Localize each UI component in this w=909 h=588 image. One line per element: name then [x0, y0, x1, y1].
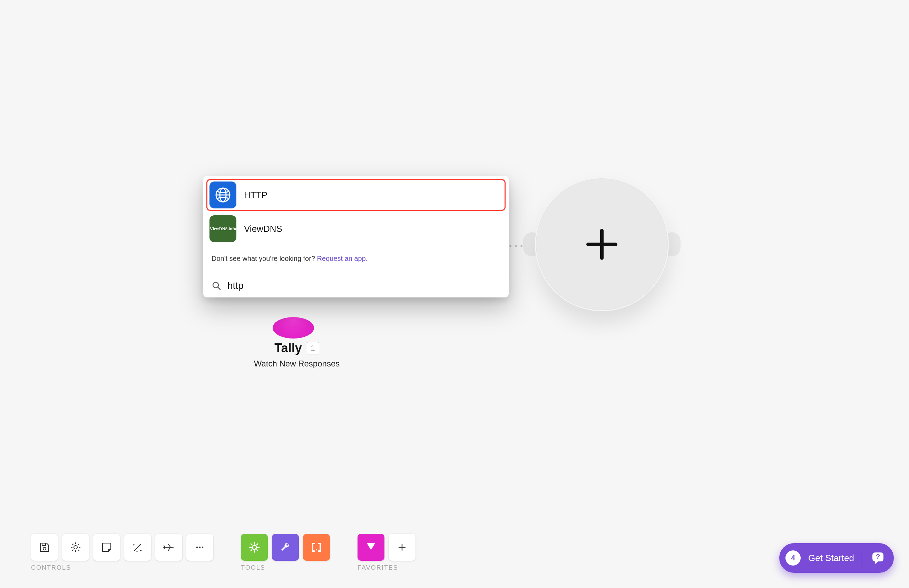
- workflow-canvas[interactable]: Tally 1 Watch New Responses: [0, 0, 909, 588]
- get-started-button[interactable]: 4 Get Started ?: [779, 543, 894, 573]
- svg-line-17: [78, 544, 79, 545]
- svg-line-36: [257, 544, 258, 545]
- favorites-group: FAVORITES: [357, 534, 415, 572]
- more-icon: [194, 541, 206, 553]
- viewdns-app-icon: ViewDNS.info: [210, 215, 236, 242]
- svg-line-16: [78, 550, 79, 551]
- svg-line-7: [218, 287, 220, 289]
- explain-flow-button[interactable]: [155, 534, 182, 561]
- notes-button[interactable]: [93, 534, 120, 561]
- save-button[interactable]: [31, 534, 58, 561]
- svg-text:?: ?: [876, 553, 880, 561]
- tool-tools-button[interactable]: [272, 534, 299, 561]
- svg-line-35: [257, 550, 258, 551]
- svg-point-27: [199, 547, 201, 548]
- search-result-label: HTTP: [244, 190, 268, 200]
- tools-group: TOOLS: [241, 534, 330, 572]
- svg-line-34: [251, 544, 252, 545]
- search-footer-text: Don't see what you're looking for?: [212, 255, 317, 262]
- bottom-toolbar: CONTROLS: [31, 534, 415, 572]
- add-favorite-button[interactable]: [389, 534, 415, 561]
- gear-icon: [70, 541, 81, 553]
- wrench-tool-icon: [279, 541, 292, 554]
- tally-module-name: Tally: [274, 341, 302, 355]
- svg-line-37: [251, 550, 252, 551]
- note-icon: [101, 541, 113, 553]
- search-footer: Don't see what you're looking for? Reque…: [203, 247, 509, 271]
- airplane-icon: [162, 541, 175, 553]
- search-results-list: HTTP ViewDNS.info ViewDNS: [203, 176, 509, 247]
- save-icon: [39, 541, 50, 553]
- svg-point-10: [74, 546, 77, 549]
- request-app-link[interactable]: Request an app.: [317, 255, 368, 262]
- viewdns-icon: ViewDNS.info: [210, 226, 236, 231]
- svg-point-28: [202, 547, 203, 548]
- auto-align-button[interactable]: [124, 534, 151, 561]
- svg-point-38: [316, 549, 317, 550]
- app-search-popup: HTTP ViewDNS.info ViewDNS Don't see what…: [203, 176, 509, 297]
- add-module-node[interactable]: [526, 168, 678, 320]
- globe-icon: [214, 186, 232, 204]
- search-result-http[interactable]: HTTP: [207, 179, 505, 210]
- more-controls-button[interactable]: [186, 534, 213, 561]
- get-started-count: 4: [785, 550, 801, 565]
- search-result-label: ViewDNS: [244, 224, 282, 234]
- plus-small-icon: [397, 543, 407, 552]
- chat-question-icon: ?: [870, 550, 886, 565]
- tally-fav-icon: [365, 541, 377, 554]
- brackets-tool-icon: [310, 541, 323, 554]
- tally-module-subtitle: Watch New Responses: [231, 359, 362, 368]
- tool-flow-control-button[interactable]: [241, 534, 268, 561]
- search-row: [203, 274, 509, 297]
- favorite-tally-button[interactable]: [357, 534, 384, 561]
- http-app-icon: [210, 181, 236, 208]
- tally-module-node[interactable]: [273, 317, 314, 339]
- tally-module-badge: 1: [307, 342, 319, 354]
- search-icon: [212, 281, 221, 291]
- settings-button[interactable]: [62, 534, 89, 561]
- search-result-viewdns[interactable]: ViewDNS.info ViewDNS: [207, 213, 505, 244]
- app-search-input[interactable]: [228, 280, 501, 291]
- tools-label: TOOLS: [241, 564, 330, 572]
- plus-icon: [584, 227, 619, 262]
- tally-module-labelblock: Tally 1 Watch New Responses: [231, 341, 362, 368]
- favorites-label: FAVORITES: [357, 564, 415, 572]
- svg-line-18: [72, 550, 74, 551]
- svg-rect-8: [42, 543, 45, 546]
- add-module-circle[interactable]: [535, 178, 669, 311]
- svg-line-15: [72, 544, 74, 545]
- svg-point-26: [196, 547, 198, 548]
- cog-tool-icon: [248, 541, 260, 554]
- help-divider: [862, 550, 862, 565]
- svg-line-19: [135, 544, 141, 550]
- controls-label: CONTROLS: [31, 564, 213, 572]
- svg-point-29: [252, 545, 257, 549]
- controls-group: CONTROLS: [31, 534, 213, 572]
- svg-point-9: [43, 547, 46, 550]
- wand-icon: [132, 541, 144, 553]
- help-chat-icon[interactable]: ?: [870, 550, 886, 566]
- tool-text-parser-button[interactable]: [303, 534, 330, 561]
- get-started-label: Get Started: [808, 553, 854, 564]
